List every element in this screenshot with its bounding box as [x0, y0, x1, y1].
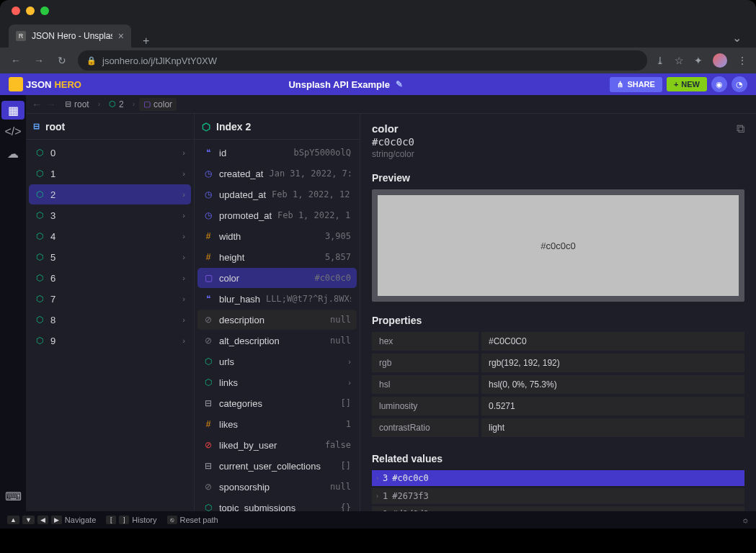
list-item[interactable]: ⊘alt_descriptionnull [197, 331, 357, 351]
app-logo[interactable]: JSONHERO [9, 77, 81, 91]
chevron-right-icon: › [182, 336, 185, 345]
install-icon[interactable]: ⤓ [656, 55, 664, 66]
arr-icon: ⊟ [203, 398, 213, 408]
list-item[interactable]: ⊘descriptionnull [197, 310, 357, 330]
time-icon: ◷ [203, 210, 213, 220]
maximize-window-icon[interactable] [40, 6, 49, 15]
tabs-dropdown-icon[interactable]: ⌄ [726, 28, 747, 48]
list-item[interactable]: ◷updated_atFeb 1, 2022, 12:40:02 PM… [197, 184, 357, 204]
columns-view-button[interactable]: ▦ [1, 101, 25, 120]
address-bar[interactable]: 🔒 jsonhero.io/j/tJlKnpVtY0XW [78, 50, 647, 71]
object-icon: ⬡ [35, 294, 45, 304]
tab-close-icon[interactable]: × [118, 30, 124, 42]
list-item[interactable]: ▢color#c0c0c0 [197, 268, 357, 288]
terminal-button[interactable]: ⌨ [0, 485, 26, 507]
list-item[interactable]: ◷created_atJan 31, 2022, 7:39:53 PM … [197, 163, 357, 184]
profile-avatar[interactable] [713, 53, 727, 68]
code-view-button[interactable]: </> [0, 121, 26, 143]
forward-button[interactable]: → [32, 55, 46, 66]
chevron-right-icon: › [182, 190, 185, 199]
bracket-right-key-icon: ] [119, 516, 129, 524]
detail-panel: color #c0c0c0 string/color ⧉ Preview #c0… [360, 114, 756, 511]
arrow-up-key-icon: ▲ [7, 516, 19, 524]
column-header: ⬡ Index 2 [195, 114, 360, 140]
list-item[interactable]: #likes1 [197, 414, 357, 434]
document-title: Unsplash API Example [288, 79, 389, 90]
list-item[interactable]: ⬡6› [29, 268, 191, 288]
list-item[interactable]: ⊘sponsorshipnull [197, 477, 357, 497]
copy-icon[interactable]: ⧉ [737, 122, 744, 135]
status-bar: ▲ ▼ ◀ ▶ Navigate [ ] History ⎋ Reset pat… [0, 511, 756, 529]
list-item[interactable]: ⬡2› [29, 184, 191, 204]
arrow-right-key-icon: ▶ [51, 516, 62, 524]
property-row: contrastRatiolight [372, 417, 744, 439]
breadcrumb-field[interactable]: ▢ color [139, 98, 177, 111]
new-tab-button[interactable]: + [137, 35, 155, 48]
list-item[interactable]: ⬡urls› [197, 351, 357, 372]
reload-button[interactable]: ↻ [55, 55, 69, 66]
list-item[interactable]: ⬡5› [29, 247, 191, 267]
list-item[interactable]: ⊟categories[] [197, 393, 357, 413]
favicon-icon: R [16, 31, 26, 41]
related-heading: Related values [372, 453, 744, 464]
share-button[interactable]: ⋔SHARE [610, 77, 662, 92]
list-item[interactable]: ❝idbSpY5000olQ [197, 143, 357, 163]
chevron-right-icon: › [133, 100, 135, 108]
arr-icon: ⊟ [203, 461, 213, 471]
menu-icon[interactable]: ⋮ [737, 55, 747, 66]
chevron-right-icon: › [182, 232, 185, 240]
list-item[interactable]: ⬡0› [29, 143, 191, 163]
back-button[interactable]: ← [9, 55, 23, 66]
list-item[interactable]: ⬡4› [29, 226, 191, 246]
object-icon: ⬡ [35, 315, 45, 325]
discord-button[interactable]: ◉ [711, 76, 727, 92]
related-value-row[interactable]: ›3#c0c0c0 [372, 470, 744, 486]
preview-heading: Preview [372, 172, 744, 184]
new-button[interactable]: +NEW [667, 77, 707, 91]
related-value-row[interactable]: ›1#d9d9d9 [372, 506, 744, 511]
list-item[interactable]: ⊘liked_by_userfalse [197, 435, 357, 455]
edit-title-icon[interactable]: ✎ [396, 79, 403, 89]
list-item[interactable]: ❝blur_hashLLL;W@t7?^Rj.8WXs;oJyDofI… [197, 289, 357, 309]
bookmark-icon[interactable]: ☆ [675, 55, 684, 66]
detail-value: #c0c0c0 [372, 136, 414, 148]
navigate-label: Navigate [65, 516, 96, 524]
chevron-right-icon: › [182, 253, 185, 261]
list-item[interactable]: ⬡8› [29, 310, 191, 330]
list-item[interactable]: #height5,857 [197, 247, 357, 267]
chevron-right-icon: › [376, 475, 378, 482]
close-window-icon[interactable] [12, 6, 20, 15]
array-icon: ⊟ [33, 122, 40, 131]
time-icon: ◷ [203, 189, 213, 199]
list-item[interactable]: ⬡topic_submissions{} [197, 498, 357, 511]
detail-key: color [372, 122, 414, 135]
list-item[interactable]: #width3,905 [197, 226, 357, 246]
tree-view-button[interactable]: ☁ [0, 143, 26, 164]
breadcrumb-back-icon[interactable]: ← [32, 99, 42, 110]
object-icon: ⬡ [35, 252, 45, 262]
bool-icon: ⊘ [203, 440, 213, 450]
property-row: hex#C0C0C0 [372, 332, 744, 352]
breadcrumb-root[interactable]: ⊟ root [61, 98, 94, 111]
chevron-right-icon: › [182, 274, 185, 282]
bracket-left-key-icon: [ [106, 516, 116, 524]
theme-toggle-icon[interactable]: ☼ [742, 516, 749, 524]
object-icon: ⬡ [35, 210, 45, 220]
related-value-row[interactable]: ›1#2673f3 [372, 488, 744, 504]
list-item[interactable]: ⬡1› [29, 163, 191, 184]
list-item[interactable]: ⬡3› [29, 205, 191, 225]
list-item[interactable]: ⬡9› [29, 331, 191, 351]
list-item[interactable]: ⊟current_user_collections[] [197, 456, 357, 476]
github-button[interactable]: ◔ [731, 76, 747, 92]
minimize-window-icon[interactable] [26, 6, 35, 15]
chevron-right-icon: › [182, 295, 185, 303]
object-icon: ⬡ [35, 168, 45, 179]
properties-heading: Properties [372, 315, 744, 326]
list-item[interactable]: ⬡links› [197, 372, 357, 392]
list-item[interactable]: ⬡7› [29, 289, 191, 309]
extensions-icon[interactable]: ✦ [694, 55, 703, 66]
browser-tab[interactable]: R JSON Hero - Unsplash API Exa × [9, 24, 131, 48]
list-item[interactable]: ◷promoted_atFeb 1, 2022, 12:40:01 P… [197, 205, 357, 225]
folder-icon: ⊟ [65, 99, 71, 109]
breadcrumb-index[interactable]: ⬡ 2 [104, 98, 128, 111]
